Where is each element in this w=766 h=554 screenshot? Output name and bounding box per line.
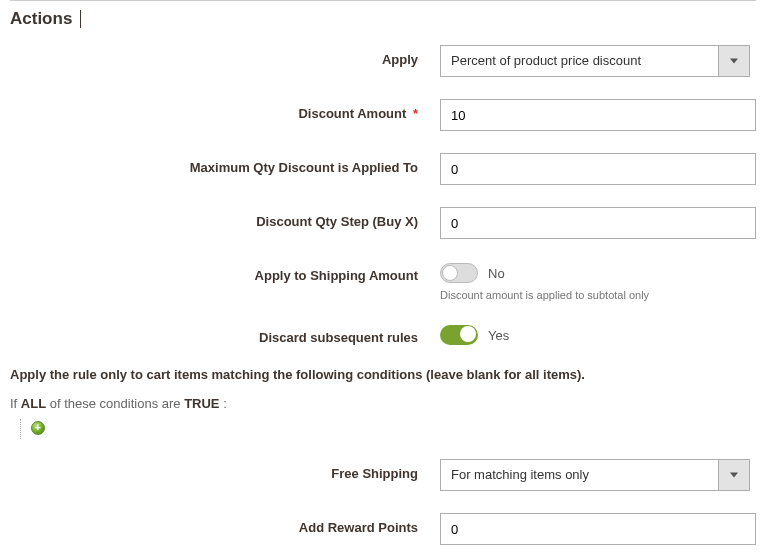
text-cursor: [80, 10, 81, 28]
field-discard: Discard subsequent rules Yes: [10, 323, 756, 345]
label-reward-points: Add Reward Points: [10, 513, 440, 535]
label-discount-amount: Discount Amount *: [10, 99, 440, 121]
field-qty-step: Discount Qty Step (Buy X): [10, 207, 756, 239]
conditions-sentence: If ALL of these conditions are TRUE :: [10, 396, 756, 411]
label-apply-shipping: Apply to Shipping Amount: [10, 261, 440, 283]
label-max-qty: Maximum Qty Discount is Applied To: [10, 153, 440, 175]
conditions-tree: +: [20, 419, 756, 439]
add-condition-button[interactable]: +: [31, 421, 45, 435]
label-discard: Discard subsequent rules: [10, 323, 440, 345]
plus-icon: +: [35, 423, 41, 433]
field-apply-shipping: Apply to Shipping Amount No Discount amo…: [10, 261, 756, 301]
toggle-discard-state: Yes: [488, 328, 509, 343]
input-qty-step[interactable]: [440, 207, 756, 239]
chevron-down-icon: [718, 45, 750, 77]
field-max-qty: Maximum Qty Discount is Applied To: [10, 153, 756, 185]
input-max-qty[interactable]: [440, 153, 756, 185]
field-apply: Apply Percent of product price discount: [10, 45, 756, 77]
field-free-shipping: Free Shipping For matching items only: [10, 459, 756, 491]
input-reward-points[interactable]: [440, 513, 756, 545]
conditions-aggregator[interactable]: ALL: [21, 396, 46, 411]
conditions-intro: Apply the rule only to cart items matchi…: [10, 367, 756, 382]
toggle-discard[interactable]: [440, 325, 478, 345]
toggle-apply-shipping-state: No: [488, 266, 505, 281]
select-free-shipping[interactable]: For matching items only: [440, 459, 750, 491]
actions-form: Apply Percent of product price discount …: [0, 45, 766, 545]
label-free-shipping: Free Shipping: [10, 459, 440, 481]
conditions-value[interactable]: TRUE: [184, 396, 219, 411]
chevron-down-icon: [718, 459, 750, 491]
field-reward-points: Add Reward Points: [10, 513, 756, 545]
input-discount-amount[interactable]: [440, 99, 756, 131]
required-marker: *: [413, 106, 418, 121]
field-discount-amount: Discount Amount *: [10, 99, 756, 131]
hint-apply-shipping: Discount amount is applied to subtotal o…: [440, 289, 756, 301]
toggle-apply-shipping[interactable]: [440, 263, 478, 283]
toggle-knob: [460, 326, 476, 342]
toggle-knob: [442, 265, 458, 281]
select-free-shipping-value: For matching items only: [440, 459, 750, 491]
select-apply[interactable]: Percent of product price discount: [440, 45, 750, 77]
select-apply-value: Percent of product price discount: [440, 45, 750, 77]
section-title-text: Actions: [10, 9, 72, 28]
label-qty-step: Discount Qty Step (Buy X): [10, 207, 440, 229]
section-title: Actions: [0, 1, 766, 45]
label-apply: Apply: [10, 45, 440, 67]
